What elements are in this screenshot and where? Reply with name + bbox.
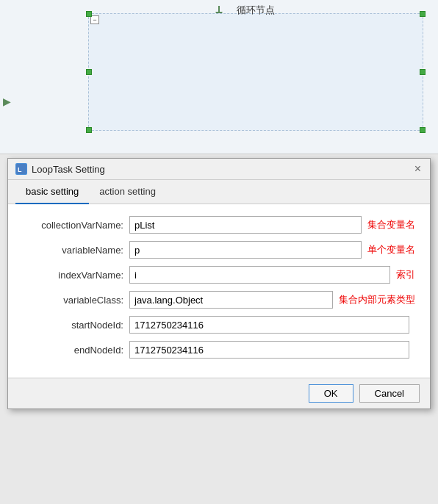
side-indicator: ▶: [3, 96, 11, 107]
ok-button[interactable]: OK: [309, 384, 353, 403]
dialog: L LoopTask Setting × basic setting actio…: [7, 158, 431, 409]
input-indexVarName[interactable]: [129, 266, 390, 284]
svg-text:L: L: [18, 166, 22, 173]
form-row-collectionVarName: collectionVarName: 集合变量名: [23, 216, 415, 234]
hint-variableName: 单个变量名: [367, 243, 415, 256]
input-wrap-collectionVarName: 集合变量名: [129, 216, 415, 234]
handle-bl: [86, 127, 92, 133]
input-wrap-variableClass: 集合内部元素类型: [129, 291, 415, 309]
close-button[interactable]: ×: [413, 163, 423, 175]
hint-collectionVarName: 集合变量名: [367, 218, 415, 231]
loop-node-label: 循环节点: [237, 4, 275, 17]
input-collectionVarName[interactable]: [129, 216, 362, 234]
hint-variableClass: 集合内部元素类型: [339, 293, 415, 306]
input-variableClass[interactable]: [129, 291, 333, 309]
form-row-indexVarName: indexVarName: 索引: [23, 266, 415, 284]
handle-ml: [86, 69, 92, 75]
input-wrap-variableName: 单个变量名: [129, 241, 415, 259]
handle-br: [420, 127, 426, 133]
input-wrap-indexVarName: 索引: [129, 266, 415, 284]
input-wrap-startNodeId: [129, 316, 415, 334]
dialog-icon: L: [15, 163, 27, 175]
dialog-footer: OK Cancel: [8, 378, 430, 408]
input-variableName[interactable]: [129, 241, 362, 259]
label-startNodeId: startNodeId:: [23, 320, 129, 331]
handle-mr: [420, 69, 426, 75]
dialog-titlebar: L LoopTask Setting ×: [8, 159, 430, 180]
form-row-endNodeId: endNodeId:: [23, 341, 415, 359]
input-endNodeId[interactable]: [129, 341, 409, 359]
tab-action-setting[interactable]: action setting: [89, 180, 166, 204]
cancel-button[interactable]: Cancel: [359, 384, 420, 403]
label-variableClass: variableClass:: [23, 295, 129, 306]
dialog-title: LoopTask Setting: [32, 164, 105, 175]
form-area: collectionVarName: 集合变量名 variableName: 单…: [8, 204, 430, 378]
form-row-startNodeId: startNodeId:: [23, 316, 415, 334]
label-endNodeId: endNodeId:: [23, 345, 129, 356]
canvas-area: 循环节点 − ▶: [0, 0, 438, 154]
tab-basic-setting[interactable]: basic setting: [15, 180, 89, 204]
handle-tr: [420, 11, 426, 17]
loop-node-box: 循环节点 −: [88, 13, 423, 131]
label-variableName: variableName:: [23, 245, 129, 256]
form-row-variableClass: variableClass: 集合内部元素类型: [23, 291, 415, 309]
label-indexVarName: indexVarName:: [23, 270, 129, 281]
label-collectionVarName: collectionVarName:: [23, 220, 129, 231]
input-wrap-endNodeId: [129, 341, 415, 359]
input-startNodeId[interactable]: [129, 316, 409, 334]
form-row-variableName: variableName: 单个变量名: [23, 241, 415, 259]
hint-indexVarName: 索引: [396, 268, 415, 281]
tabs-bar: basic setting action setting: [8, 180, 430, 204]
dialog-title-area: L LoopTask Setting: [15, 163, 105, 175]
handle-tl: [86, 11, 92, 17]
